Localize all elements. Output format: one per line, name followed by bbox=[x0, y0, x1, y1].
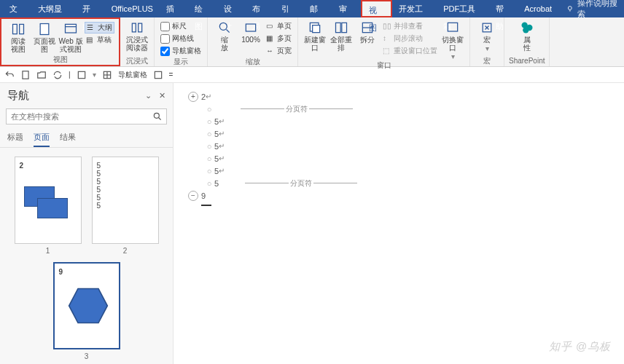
outline-view-button[interactable]: ☰大纲 bbox=[85, 22, 114, 33]
multi-page-button[interactable]: ▦多页 bbox=[265, 33, 293, 44]
search-icon[interactable] bbox=[152, 111, 163, 122]
page-width-button[interactable]: ↔页宽 bbox=[265, 45, 293, 57]
menu-pdf[interactable]: PDF工具箱 bbox=[437, 0, 489, 17]
menu-devtools[interactable]: 开发工具 bbox=[392, 0, 437, 17]
one-page-icon: ▭ bbox=[266, 22, 275, 31]
navpane-checkbox[interactable]: 导航窗格 bbox=[159, 45, 203, 57]
tab-headings[interactable]: 标题 bbox=[7, 132, 23, 147]
qat-dropdown[interactable]: ▾ bbox=[93, 71, 96, 79]
svg-point-17 bbox=[523, 27, 529, 33]
gridlines-checkbox[interactable]: 网格线 bbox=[159, 33, 203, 44]
nav-search[interactable] bbox=[6, 108, 167, 124]
menu-references[interactable]: 引用 bbox=[275, 0, 303, 17]
draft-icon: ▤ bbox=[86, 36, 95, 44]
svg-point-24 bbox=[154, 113, 159, 118]
read-mode-button[interactable]: 阅读 视图 bbox=[6, 20, 31, 55]
immersive-reader-button[interactable]: 沉浸式 阅读器 bbox=[125, 19, 149, 56]
sync-scroll-button: ↕同步滚动 bbox=[381, 33, 439, 44]
tell-me-label: 操作说明搜索 bbox=[577, 0, 624, 20]
menu-view[interactable]: 视图 bbox=[361, 0, 392, 17]
menu-help[interactable]: 帮助 bbox=[489, 0, 518, 17]
tab-results[interactable]: 结果 bbox=[60, 132, 76, 147]
table-icon[interactable] bbox=[102, 70, 112, 80]
reset-position-button: ⬚重设窗口位置 bbox=[381, 45, 439, 57]
checkbox-icon[interactable] bbox=[77, 70, 87, 80]
group-label-sharepoint: SharePoint bbox=[509, 56, 545, 66]
menu-draw[interactable]: 绘图 bbox=[188, 0, 217, 17]
zoom-button[interactable]: 缩 放 bbox=[212, 19, 237, 57]
ribbon-group-window: 新建窗口 全部重排 拆分 ▯▯并排查看 ↕同步滚动 ⬚重设窗口位置 切换窗口▾ … bbox=[298, 17, 470, 66]
outline-icon: ☰ bbox=[87, 23, 95, 32]
nav-tabs: 标题 页面 结果 bbox=[0, 127, 173, 148]
web-layout-button[interactable]: Web 版式视图 bbox=[58, 20, 83, 55]
svg-rect-6 bbox=[246, 24, 255, 31]
open-icon[interactable] bbox=[36, 70, 47, 80]
ribbon-group-show: 标尺 网格线 导航窗格 显示 bbox=[155, 17, 208, 66]
menu-acrobat[interactable]: Acrobat bbox=[518, 0, 558, 17]
refresh-icon[interactable] bbox=[52, 70, 63, 80]
svg-rect-23 bbox=[155, 71, 161, 78]
magnifier-icon bbox=[217, 20, 232, 35]
qat-navpane-label[interactable]: 导航窗格 bbox=[118, 70, 147, 80]
macro-icon bbox=[480, 20, 494, 35]
collapse-icon[interactable]: − bbox=[188, 191, 198, 201]
menu-outline[interactable]: 大纲显示 bbox=[31, 0, 76, 17]
zoom-100-button[interactable]: 100% bbox=[238, 19, 263, 57]
new-doc-icon[interactable] bbox=[20, 70, 31, 80]
ruler-checkbox[interactable]: 标尺 bbox=[159, 20, 203, 32]
ribbon-group-views: 阅读 视图 页面视图 Web 版式视图 ☰大纲 ▤草稿 视图 bbox=[0, 17, 120, 66]
group-label-window: 窗口 bbox=[377, 60, 391, 71]
menu-insert[interactable]: 插入 bbox=[160, 0, 188, 17]
svg-rect-1 bbox=[40, 24, 49, 35]
document-area[interactable]: +2↵ ○分页符 ○5↵ ○5↵ ○5↵ ○5↵ ○5↵ ○5分页符 −9 知乎… bbox=[173, 83, 624, 364]
page-width-icon: ↔ bbox=[266, 47, 275, 55]
switch-window-button[interactable]: 切换窗口▾ bbox=[440, 19, 465, 60]
properties-button[interactable]: 属 性 bbox=[515, 19, 539, 56]
menu-officeplus[interactable]: OfficePLUS bbox=[105, 0, 160, 17]
tab-pages[interactable]: 页面 bbox=[34, 132, 50, 147]
ribbon: 阅读 视图 页面视图 Web 版式视图 ☰大纲 ▤草稿 视图 沉浸式 阅读器 沉 bbox=[0, 17, 624, 67]
svg-rect-10 bbox=[342, 23, 347, 32]
print-layout-button[interactable]: 页面视图 bbox=[32, 20, 57, 55]
menu-layout[interactable]: 布局 bbox=[246, 0, 274, 17]
macros-button[interactable]: 宏▾ bbox=[475, 19, 499, 56]
thumbnail-1[interactable]: 2 1 bbox=[15, 157, 82, 255]
lightbulb-icon bbox=[566, 4, 574, 13]
chevron-down-icon[interactable]: ⌄ bbox=[145, 91, 152, 100]
svg-rect-9 bbox=[336, 23, 341, 32]
expand-icon[interactable]: + bbox=[188, 92, 198, 102]
arrange-all-button[interactable]: 全部重排 bbox=[329, 19, 354, 60]
thumbnail-3[interactable]: 9 3 bbox=[53, 262, 120, 360]
nav-title: 导航 bbox=[7, 89, 29, 103]
svg-point-4 bbox=[219, 23, 227, 30]
svg-rect-8 bbox=[313, 25, 320, 33]
page-thumbnails: 2 1 5 5 5 5 5 5 2 bbox=[0, 148, 173, 364]
svg-line-5 bbox=[227, 30, 230, 33]
tell-me[interactable]: 操作说明搜索 bbox=[566, 0, 624, 20]
draft-view-button[interactable]: ▤草稿 bbox=[85, 34, 114, 46]
menu-review[interactable]: 审阅 bbox=[332, 0, 361, 17]
close-icon[interactable]: ✕ bbox=[159, 91, 165, 100]
svg-point-0 bbox=[568, 7, 572, 10]
qat-sep: | bbox=[69, 71, 71, 79]
grid-icon[interactable] bbox=[153, 70, 163, 80]
svg-rect-13 bbox=[448, 23, 457, 31]
one-page-button[interactable]: ▭单页 bbox=[265, 20, 293, 32]
undo-icon[interactable] bbox=[4, 70, 15, 80]
menubar: 文件 大纲显示 开始 OfficePLUS 插入 绘图 设计 布局 引用 邮件 … bbox=[0, 0, 624, 17]
menu-design[interactable]: 设计 bbox=[217, 0, 246, 17]
thumbnail-2[interactable]: 5 5 5 5 5 5 2 bbox=[92, 157, 159, 255]
cursor-mark bbox=[201, 205, 211, 206]
menu-file[interactable]: 文件 bbox=[3, 0, 31, 17]
group-label-immersive: 沉浸式 bbox=[126, 56, 148, 66]
switch-icon bbox=[445, 20, 460, 35]
new-window-button[interactable]: 新建窗口 bbox=[303, 19, 327, 60]
menu-home[interactable]: 开始 bbox=[76, 0, 104, 17]
split-button[interactable]: 拆分 bbox=[355, 19, 380, 60]
menu-mailings[interactable]: 邮件 bbox=[303, 0, 332, 17]
ribbon-group-immersive: 沉浸式 阅读器 沉浸式 bbox=[120, 17, 155, 66]
group-label-macros: 宏 bbox=[483, 56, 491, 66]
multi-page-icon: ▦ bbox=[266, 34, 275, 43]
search-input[interactable] bbox=[6, 108, 167, 124]
reader-icon bbox=[130, 20, 144, 35]
